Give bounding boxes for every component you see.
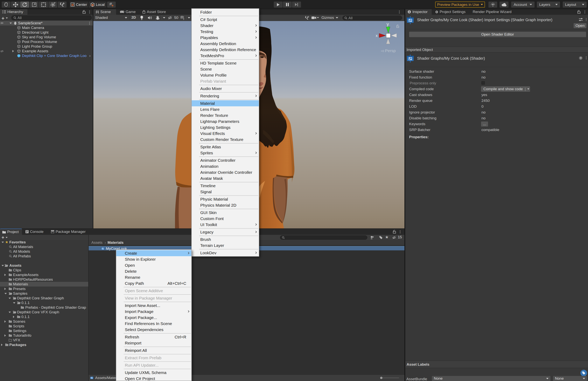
svg-text:y: y [387,21,389,27]
svg-text:x: x [376,33,378,38]
svg-text:◅ Persp: ◅ Persp [381,48,396,53]
svg-text:Y: Y [183,18,185,20]
svg-text:?: ? [580,57,582,60]
